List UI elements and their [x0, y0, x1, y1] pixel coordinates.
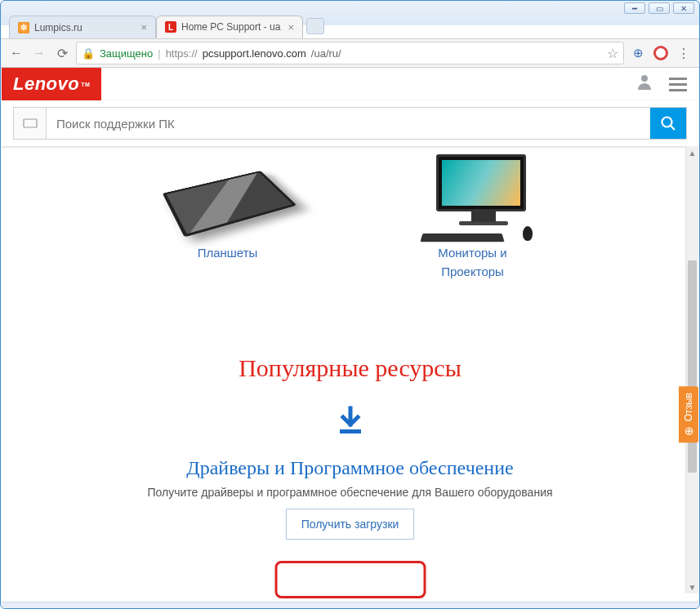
- bookmark-star-icon[interactable]: ☆: [607, 46, 618, 61]
- drivers-software-title: Драйверы и Программное обеспечение: [2, 457, 698, 479]
- svg-line-3: [671, 126, 675, 130]
- url-path: /ua/ru/: [311, 47, 341, 60]
- scroll-down-arrow[interactable]: ▼: [686, 580, 698, 593]
- url-host: pcsupport.lenovo.com: [203, 47, 306, 60]
- search-input[interactable]: [47, 108, 650, 139]
- address-bar[interactable]: 🔒 Защищено | https://pcsupport.lenovo.co…: [76, 42, 624, 64]
- section-spacer: [2, 297, 698, 346]
- site-header: LenovoTM: [2, 68, 698, 100]
- search-category-icon[interactable]: [14, 108, 47, 139]
- category-tablets-link[interactable]: Планшеты: [154, 244, 301, 263]
- window-maximize-button[interactable]: ▭: [649, 2, 670, 14]
- tab-close-icon[interactable]: ×: [288, 21, 294, 33]
- svg-rect-1: [24, 119, 37, 127]
- browser-window: ━ ▭ ✕ ✲ Lumpics.ru × L Home PC Support -…: [0, 0, 700, 609]
- drivers-software-description: Получите драйверы и программное обеспече…: [2, 486, 698, 499]
- lenovo-logo[interactable]: LenovoTM: [2, 68, 101, 100]
- tab-close-icon[interactable]: ×: [140, 21, 147, 33]
- tab-strip: ✲ Lumpics.ru × L Home PC Support - ua ×: [1, 14, 699, 38]
- forward-button[interactable]: →: [30, 44, 48, 62]
- monitors-label-line2: Проекторы: [441, 264, 504, 278]
- category-monitors[interactable]: Мониторы и Проекторы: [399, 154, 546, 281]
- svg-point-0: [641, 75, 648, 82]
- globe-icon[interactable]: ⊕: [629, 44, 647, 62]
- window-bottom-border: [2, 602, 698, 608]
- separator: |: [158, 47, 160, 60]
- page-content: Планшеты Мониторы и Проекторы: [2, 146, 698, 602]
- secure-label: Защищено: [100, 47, 153, 60]
- favicon-lumpics: ✲: [18, 22, 29, 33]
- new-tab-button[interactable]: [306, 18, 324, 34]
- window-minimize-button[interactable]: ━: [624, 2, 645, 14]
- search-bar-container: [2, 100, 698, 146]
- favicon-lenovo: L: [165, 21, 176, 33]
- download-icon: [333, 405, 368, 442]
- popular-resources-section: Популярные ресурсы Драйверы и Программно…: [2, 346, 698, 540]
- product-categories: Планшеты Мониторы и Проекторы: [2, 146, 698, 297]
- highlight-annotation: [274, 561, 426, 598]
- page-viewport: LenovoTM: [2, 68, 698, 602]
- feedback-tab[interactable]: ⊕ Отзыв: [679, 386, 698, 442]
- window-close-button[interactable]: ✕: [673, 2, 694, 14]
- back-button[interactable]: ←: [7, 44, 25, 62]
- monitor-image: [399, 154, 546, 244]
- vertical-scrollbar[interactable]: ▲ ▼: [685, 146, 698, 593]
- url-protocol: https://: [166, 47, 198, 60]
- svg-rect-4: [340, 429, 361, 433]
- tab-lumpics[interactable]: ✲ Lumpics.ru ×: [9, 16, 156, 38]
- svg-point-2: [662, 118, 672, 127]
- window-titlebar: ━ ▭ ✕: [1, 1, 699, 14]
- lock-icon: 🔒: [82, 47, 95, 60]
- search-button[interactable]: [650, 108, 686, 139]
- popular-resources-title: Популярные ресурсы: [2, 354, 698, 382]
- tab-title: Lumpics.ru: [34, 22, 136, 33]
- logo-text: Lenovo: [13, 73, 79, 95]
- logo-tm: TM: [81, 82, 90, 87]
- tab-title: Home PC Support - ua: [181, 21, 283, 33]
- tablet-image: [154, 154, 301, 244]
- browser-toolbar: ← → ⟳ 🔒 Защищено | https://pcsupport.len…: [1, 38, 699, 68]
- user-account-icon[interactable]: [635, 72, 654, 96]
- category-tablets[interactable]: Планшеты: [154, 154, 301, 281]
- get-downloads-button[interactable]: Получить загрузки: [286, 509, 415, 540]
- reload-button[interactable]: ⟳: [53, 44, 71, 62]
- feedback-label: Отзыв: [683, 393, 694, 421]
- hamburger-menu-icon[interactable]: [669, 78, 687, 91]
- category-monitors-link[interactable]: Мониторы и Проекторы: [399, 244, 546, 281]
- tab-lenovo-support[interactable]: L Home PC Support - ua ×: [156, 16, 303, 38]
- opera-extension-icon[interactable]: [652, 44, 670, 62]
- header-actions: [635, 72, 687, 96]
- support-search-bar: [13, 107, 687, 140]
- monitors-label-line1: Мониторы и: [438, 246, 506, 260]
- scroll-up-arrow[interactable]: ▲: [686, 146, 698, 159]
- browser-menu-icon[interactable]: ⋮: [675, 44, 693, 62]
- feedback-plus-icon: ⊕: [682, 426, 695, 436]
